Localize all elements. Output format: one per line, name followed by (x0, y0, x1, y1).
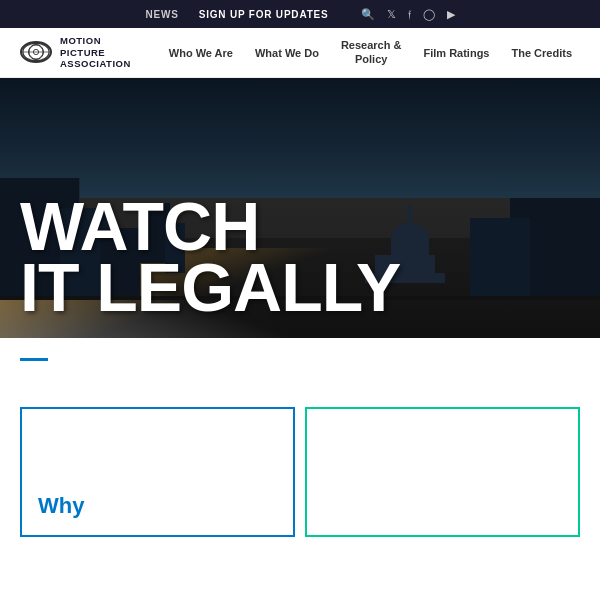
nav-film-ratings[interactable]: Film Ratings (415, 43, 497, 63)
card-left[interactable]: Why (20, 407, 295, 537)
nav-items: Who We Are What We Do Research &Policy F… (161, 35, 580, 69)
hero-title: WATCH IT LEGALLY (20, 196, 600, 318)
content-body (20, 373, 420, 391)
nav-the-credits[interactable]: The Credits (503, 43, 580, 63)
logo-icon (20, 41, 52, 63)
nav-what-we-do[interactable]: What We Do (247, 43, 327, 63)
hero-title-line2: IT LEGALLY (20, 257, 600, 318)
vimeo-icon[interactable]: ▶ (447, 8, 455, 21)
top-bar-links: NEWS SIGN UP FOR UPDATES (145, 9, 328, 20)
search-icon[interactable]: 🔍 (361, 8, 375, 21)
nav-who-we-are[interactable]: Who We Are (161, 43, 241, 63)
hero-title-line1: WATCH (20, 196, 600, 257)
svg-point-1 (29, 45, 43, 59)
svg-point-2 (33, 50, 38, 55)
top-bar: NEWS SIGN UP FOR UPDATES 🔍 𝕏 𝔣 ◯ ▶ (0, 0, 600, 28)
news-link[interactable]: NEWS (145, 9, 178, 20)
card-right[interactable] (305, 407, 580, 537)
instagram-icon[interactable]: ◯ (423, 8, 435, 21)
cards-row: Why (0, 407, 600, 537)
content-section (0, 338, 600, 391)
card-left-title: Why (38, 493, 84, 519)
logo-text: MOTION PICTURE ASSOCIATION (60, 35, 137, 69)
logo[interactable]: MOTION PICTURE ASSOCIATION (20, 35, 137, 69)
top-bar-icons: 🔍 𝕏 𝔣 ◯ ▶ (361, 8, 455, 21)
signup-link[interactable]: SIGN UP FOR UPDATES (199, 9, 329, 20)
nav-research-policy[interactable]: Research &Policy (333, 35, 410, 69)
hero-text-overlay: WATCH IT LEGALLY (20, 196, 600, 318)
hero-section: WATCH IT LEGALLY (0, 78, 600, 338)
hero-sky (0, 78, 600, 198)
twitter-icon[interactable]: 𝕏 (387, 8, 396, 21)
blue-divider (20, 358, 48, 361)
facebook-icon[interactable]: 𝔣 (408, 8, 411, 21)
main-nav: MOTION PICTURE ASSOCIATION Who We Are Wh… (0, 28, 600, 78)
